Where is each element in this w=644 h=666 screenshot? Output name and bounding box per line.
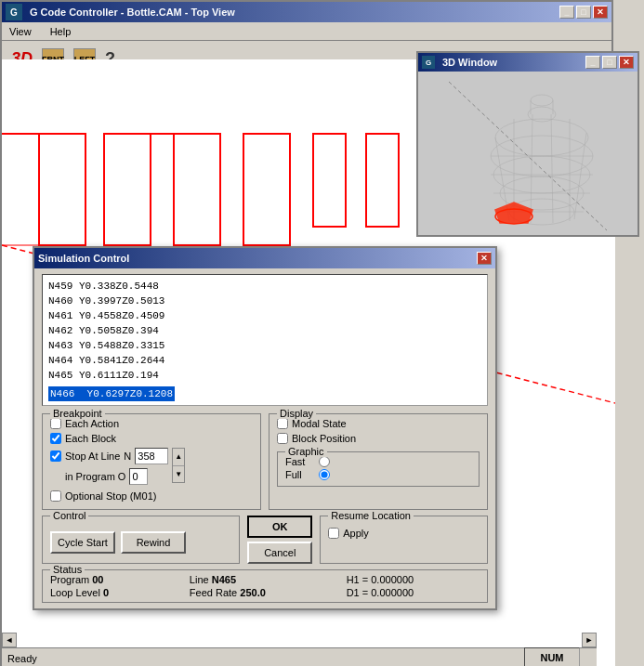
- gcode-num-459: N459: [48, 279, 79, 294]
- control-group: Control Cycle Start Rewind: [42, 516, 240, 564]
- each-block-label: Each Block: [65, 433, 116, 444]
- scroll-right-arrow[interactable]: ►: [582, 633, 597, 647]
- each-action-label: Each Action: [65, 418, 119, 429]
- line-number-input[interactable]: [135, 448, 168, 464]
- gcode-line-464: N464 Y0.5841Z0.2644: [48, 353, 481, 368]
- 3d-maximize-button[interactable]: □: [602, 56, 617, 69]
- gcode-code-463: Y0.5488Z0.3315: [79, 338, 164, 353]
- scroll-left-arrow[interactable]: ◄: [2, 633, 17, 647]
- program-val: 00: [92, 574, 103, 585]
- window-3d: G 3D Window _ □ ✕: [416, 51, 639, 237]
- feed-rate-label: Feed Rate 250.0: [190, 587, 332, 598]
- sim-dialog: Simulation Control ✕ N459 Y0.338Z0.5448 …: [33, 246, 497, 610]
- groups-row: Breakpoint Each Action Each Block Stop A…: [42, 413, 488, 510]
- fast-radio[interactable]: [319, 456, 330, 467]
- menu-view[interactable]: View: [6, 25, 35, 38]
- 3d-model-svg: [421, 72, 635, 235]
- line-scroll-up[interactable]: ▲: [173, 449, 184, 466]
- display-label: Display: [277, 408, 316, 419]
- in-program-label: in Program O: [65, 471, 125, 482]
- gcode-line-463: N463 Y0.5488Z0.3315: [48, 338, 481, 353]
- svg-rect-4: [243, 134, 290, 245]
- gcode-code-464: Y0.5841Z0.2644: [79, 353, 164, 368]
- loop-val: 0: [103, 587, 109, 598]
- fast-label: Fast: [285, 456, 315, 467]
- line-scroll-down[interactable]: ▼: [173, 466, 184, 483]
- ok-button[interactable]: OK: [247, 516, 312, 538]
- optional-stop-checkbox[interactable]: [50, 490, 61, 502]
- minimize-button[interactable]: _: [559, 6, 574, 19]
- apply-label: Apply: [343, 528, 369, 539]
- apply-row: Apply: [328, 528, 480, 539]
- gcode-line-461: N461 Y0.4558Z0.4509: [48, 308, 481, 323]
- status-ready: Ready: [7, 653, 37, 664]
- 3d-minimize-button[interactable]: _: [585, 56, 600, 69]
- status-bar: Ready: [2, 647, 597, 666]
- svg-line-20: [574, 133, 586, 219]
- gcode-code-465: Y0.6111Z0.194: [79, 368, 159, 383]
- bottom-row: Control Cycle Start Rewind OK Cancel Res…: [42, 516, 488, 564]
- modal-state-label: Modal State: [292, 418, 347, 429]
- stop-at-line-checkbox[interactable]: [50, 451, 61, 462]
- program-label: Program 00: [50, 574, 175, 585]
- gcode-display: N459 Y0.338Z0.5448 N460 Y0.3997Z0.5013 N…: [42, 274, 488, 406]
- svg-point-21: [528, 107, 556, 122]
- each-block-checkbox[interactable]: [50, 433, 61, 444]
- each-action-checkbox[interactable]: [50, 418, 61, 429]
- in-program-input[interactable]: [129, 468, 148, 485]
- stop-at-line-col: Stop At Line N in Program O: [50, 448, 168, 489]
- main-title-bar: G G Code Controller - Bottle.CAM - Top V…: [2, 2, 611, 22]
- 3d-window-title: 3D Window: [442, 57, 497, 68]
- cycle-start-button[interactable]: Cycle Start: [50, 531, 115, 554]
- main-window-title: G Code Controller - Bottle.CAM - Top Vie…: [30, 7, 235, 18]
- graphic-label: Graphic: [285, 446, 327, 457]
- gcode-num-460: N460: [48, 294, 79, 308]
- svg-line-18: [551, 114, 553, 223]
- n-label: N: [124, 451, 131, 462]
- sim-close-button[interactable]: ✕: [477, 252, 492, 265]
- 3d-window-icon: G: [422, 56, 435, 69]
- status-group: Status Program 00 Line N465 H1 = 0.00000…: [42, 569, 488, 603]
- gcode-line-466: N466 Y0.6297Z0.1208: [48, 386, 481, 401]
- status-grid: Program 00 Line N465 H1 = 0.000000 Loop …: [50, 574, 480, 598]
- gcode-code-459: Y0.338Z0.5448: [79, 279, 159, 294]
- block-position-checkbox[interactable]: [277, 433, 288, 444]
- svg-point-10: [495, 119, 588, 156]
- svg-line-17: [531, 114, 532, 223]
- cancel-button[interactable]: Cancel: [247, 542, 312, 564]
- control-buttons-row: Cycle Start Rewind: [50, 531, 231, 554]
- feed-val: 250.0: [240, 587, 266, 598]
- 3d-viewport: [418, 72, 637, 235]
- optional-stop-row: Optional Stop (M01): [50, 490, 253, 502]
- num-label: NUM: [540, 652, 563, 663]
- gcode-num-462: N462: [48, 323, 79, 338]
- close-button[interactable]: ✕: [593, 6, 608, 19]
- svg-rect-2: [104, 134, 151, 245]
- block-position-row: Block Position: [277, 433, 480, 444]
- modal-state-checkbox[interactable]: [277, 418, 288, 429]
- gcode-code-462: Y0.5058Z0.394: [79, 323, 159, 338]
- h1-val: H1 = 0.000000: [347, 574, 480, 585]
- 3d-close-button[interactable]: ✕: [619, 56, 634, 69]
- svg-marker-30: [495, 202, 532, 223]
- stop-at-line-label: Stop At Line: [65, 451, 120, 462]
- d1-val: D1 = 0.000000: [347, 587, 480, 598]
- graphic-group: Graphic Fast Full: [277, 451, 480, 487]
- gcode-code-460: Y0.3997Z0.5013: [79, 294, 164, 308]
- ok-cancel-column: OK Cancel: [247, 516, 312, 564]
- each-block-row: Each Block: [50, 433, 253, 444]
- in-program-row: in Program O: [50, 468, 168, 485]
- resume-location-label: Resume Location: [328, 510, 414, 521]
- sim-dialog-body: N459 Y0.338Z0.5448 N460 Y0.3997Z0.5013 N…: [34, 268, 495, 608]
- control-label: Control: [50, 510, 88, 521]
- svg-rect-6: [366, 134, 399, 227]
- full-radio-row: Full: [285, 469, 471, 480]
- maximize-button[interactable]: □: [576, 6, 591, 19]
- apply-checkbox[interactable]: [328, 528, 339, 539]
- rewind-button[interactable]: Rewind: [121, 531, 186, 554]
- gcode-num-464: N464: [48, 353, 79, 368]
- full-radio[interactable]: [319, 469, 330, 480]
- menu-help[interactable]: Help: [46, 25, 75, 38]
- breakpoint-group: Breakpoint Each Action Each Block Stop A…: [42, 413, 261, 510]
- svg-rect-1: [39, 134, 85, 245]
